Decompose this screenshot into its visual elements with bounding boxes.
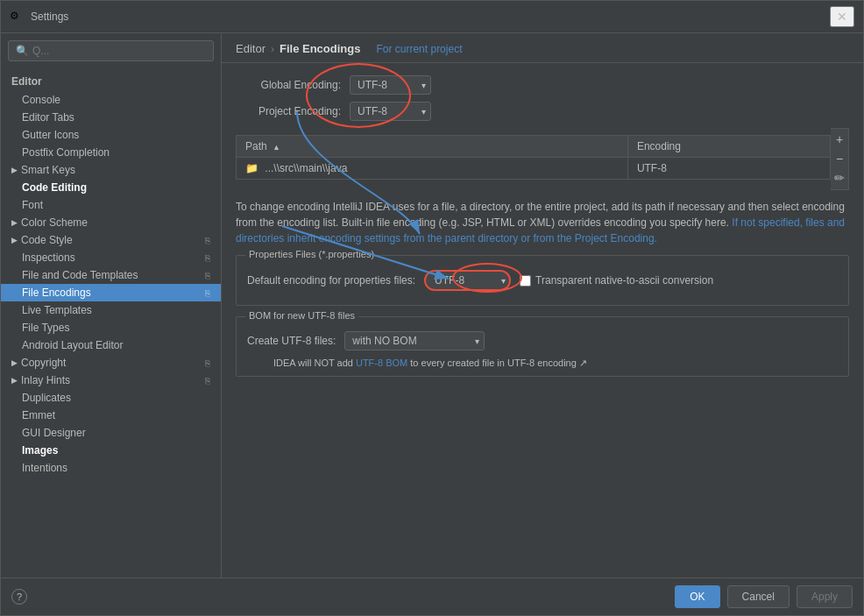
sidebar-item-live-templates[interactable]: Live Templates [1, 301, 221, 319]
bom-select-wrapper: with NO BOM with BOM with BOM if needed [344, 331, 485, 350]
search-box[interactable]: 🔍 [8, 40, 214, 61]
settings-dialog: ⚙ Settings ✕ 🔍 Editor Console Editor Tab… [0, 0, 864, 616]
sidebar-item-font[interactable]: Font [1, 196, 221, 214]
arrow-right-icon: ▶ [11, 166, 18, 174]
breadcrumb-separator: › [271, 43, 274, 55]
sidebar-item-images[interactable]: Images [1, 442, 221, 459]
description-text: To change encoding IntelliJ IDEA uses fo… [236, 199, 849, 246]
bom-section: BOM for new UTF-8 files Create UTF-8 fil… [236, 316, 849, 377]
path-column-header[interactable]: Path ▲ [237, 136, 628, 158]
remove-path-button[interactable]: − [832, 150, 846, 167]
sidebar: 🔍 Editor Console Editor Tabs Gutter Icon… [1, 33, 222, 577]
sidebar-item-console[interactable]: Console [1, 91, 221, 109]
create-utf8-label: Create UTF-8 files: [247, 335, 336, 347]
global-encoding-select[interactable]: UTF-8 ISO-8859-1 US-ASCII UTF-16 [350, 75, 431, 95]
settings-page-icon: ⎘ [205, 236, 210, 245]
sidebar-item-gutter-icons[interactable]: Gutter Icons [1, 126, 221, 144]
title-bar: ⚙ Settings ✕ [1, 1, 863, 33]
sidebar-tree: Editor Console Editor Tabs Gutter Icons … [1, 68, 221, 577]
dialog-body: 🔍 Editor Console Editor Tabs Gutter Icon… [1, 33, 863, 577]
bom-hint: IDEA will NOT add UTF-8 BOM to every cre… [273, 358, 838, 369]
settings-page-icon-2: ⎘ [205, 253, 210, 263]
table-side-buttons: + − ✏ [831, 128, 849, 190]
close-button[interactable]: ✕ [830, 6, 854, 27]
table-wrapper: Path ▲ Encoding 📁 ...\\src\\main\\java [236, 128, 849, 190]
content-header: Editor › File Encodings For current proj… [222, 33, 863, 63]
global-encoding-select-wrapper: UTF-8 ISO-8859-1 US-ASCII UTF-16 [350, 75, 431, 95]
cancel-button[interactable]: Cancel [727, 585, 790, 608]
properties-section-title: Properties Files (*.properties) [245, 249, 378, 259]
project-encoding-row: Project Encoding: UTF-8 ISO-8859-1 US-AS… [236, 102, 849, 121]
bom-hint-link[interactable]: UTF-8 BOM [356, 358, 407, 368]
properties-section: Properties Files (*.properties) Default … [236, 255, 849, 306]
search-input[interactable] [32, 45, 206, 57]
transparent-label-text: Transparent native-to-ascii conversion [535, 274, 713, 287]
sidebar-item-editor-tabs[interactable]: Editor Tabs [1, 109, 221, 126]
ok-button[interactable]: OK [675, 585, 719, 608]
table-cell-encoding: UTF-8 [627, 158, 830, 180]
default-encoding-select[interactable]: UTF-8 ISO-8859-1 US-ASCII UTF-16 [424, 270, 511, 291]
table-row[interactable]: 📁 ...\\src\\main\\java UTF-8 [237, 158, 831, 180]
sidebar-item-code-style[interactable]: ▶ Code Style ⎘ [1, 231, 221, 249]
dialog-footer: ? OK Cancel Apply [1, 577, 863, 615]
project-link[interactable]: For current project [376, 43, 462, 55]
content-body: Global Encoding: UTF-8 ISO-8859-1 US-ASC… [222, 63, 863, 577]
sidebar-item-code-editing[interactable]: Code Editing [1, 179, 221, 196]
settings-icon: ⚙ [10, 10, 24, 24]
edit-path-button[interactable]: ✏ [832, 169, 846, 187]
sidebar-item-file-code-templates[interactable]: File and Code Templates ⎘ [1, 266, 221, 284]
global-encoding-row: Global Encoding: UTF-8 ISO-8859-1 US-ASC… [236, 75, 849, 95]
sidebar-item-file-types[interactable]: File Types [1, 319, 221, 336]
bom-select[interactable]: with NO BOM with BOM with BOM if needed [344, 331, 485, 350]
description-area: To change encoding IntelliJ IDEA uses fo… [236, 199, 849, 246]
settings-page-icon-active: ⎘ [205, 288, 210, 298]
encoding-table: Path ▲ Encoding 📁 ...\\src\\main\\java [236, 135, 831, 180]
sidebar-item-duplicates[interactable]: Duplicates [1, 389, 221, 407]
sidebar-item-inlay-hints[interactable]: ▶ Inlay Hints ⎘ [1, 372, 221, 389]
sidebar-item-intentions[interactable]: Intentions [1, 459, 221, 477]
sidebar-item-copyright[interactable]: ▶ Copyright ⎘ [1, 354, 221, 372]
content-area: Editor › File Encodings For current proj… [222, 33, 863, 577]
sidebar-item-postfix-completion[interactable]: Postfix Completion [1, 144, 221, 161]
breadcrumb-parent: Editor [236, 42, 266, 55]
default-encoding-select-wrapper: UTF-8 ISO-8859-1 US-ASCII UTF-16 [424, 270, 511, 291]
sidebar-item-file-encodings[interactable]: File Encodings ⎘ [1, 284, 221, 301]
dialog-title: Settings [31, 11, 68, 23]
settings-page-icon-3: ⎘ [205, 271, 210, 280]
settings-page-icon-4: ⎘ [205, 358, 210, 368]
footer-buttons: OK Cancel Apply [675, 585, 853, 608]
settings-page-icon-5: ⎘ [205, 376, 210, 386]
transparent-conversion-label[interactable]: Transparent native-to-ascii conversion [520, 274, 713, 287]
table-cell-path: 📁 ...\\src\\main\\java [237, 158, 628, 180]
sidebar-item-inspections[interactable]: Inspections ⎘ [1, 249, 221, 266]
add-path-button[interactable]: + [832, 131, 846, 148]
encoding-column-header: Encoding [627, 136, 830, 158]
arrow-right-icon-4: ▶ [11, 358, 18, 367]
sort-arrow: ▲ [273, 143, 280, 152]
properties-row: Default encoding for properties files: U… [247, 270, 838, 291]
transparent-conversion-checkbox[interactable] [520, 275, 531, 287]
global-encoding-label: Global Encoding: [236, 79, 341, 91]
sidebar-item-gui-designer[interactable]: GUI Designer [1, 424, 221, 442]
path-value: ...\\src\\main\\java [265, 162, 347, 174]
arrow-right-icon-5: ▶ [11, 376, 18, 385]
sidebar-item-color-scheme[interactable]: ▶ Color Scheme [1, 214, 221, 231]
folder-icon: 📁 [245, 162, 258, 174]
help-button[interactable]: ? [11, 589, 27, 605]
search-icon: 🔍 [16, 45, 29, 57]
sidebar-item-emmet[interactable]: Emmet [1, 407, 221, 424]
bom-row: Create UTF-8 files: with NO BOM with BOM… [247, 331, 838, 350]
sidebar-item-smart-keys[interactable]: ▶ Smart Keys [1, 161, 221, 179]
default-encoding-label: Default encoding for properties files: [247, 274, 415, 287]
arrow-right-icon-3: ▶ [11, 236, 18, 244]
sidebar-item-android-layout-editor[interactable]: Android Layout Editor [1, 336, 221, 354]
bom-section-title: BOM for new UTF-8 files [245, 310, 358, 321]
breadcrumb-current: File Encodings [280, 42, 360, 55]
sidebar-section-editor[interactable]: Editor [1, 72, 221, 91]
project-encoding-select-wrapper: UTF-8 ISO-8859-1 US-ASCII UTF-16 [350, 102, 431, 121]
apply-button[interactable]: Apply [797, 585, 853, 608]
project-encoding-label: Project Encoding: [236, 105, 341, 117]
title-bar-left: ⚙ Settings [10, 10, 68, 24]
arrow-right-icon-2: ▶ [11, 218, 18, 227]
project-encoding-select[interactable]: UTF-8 ISO-8859-1 US-ASCII UTF-16 [350, 102, 431, 121]
